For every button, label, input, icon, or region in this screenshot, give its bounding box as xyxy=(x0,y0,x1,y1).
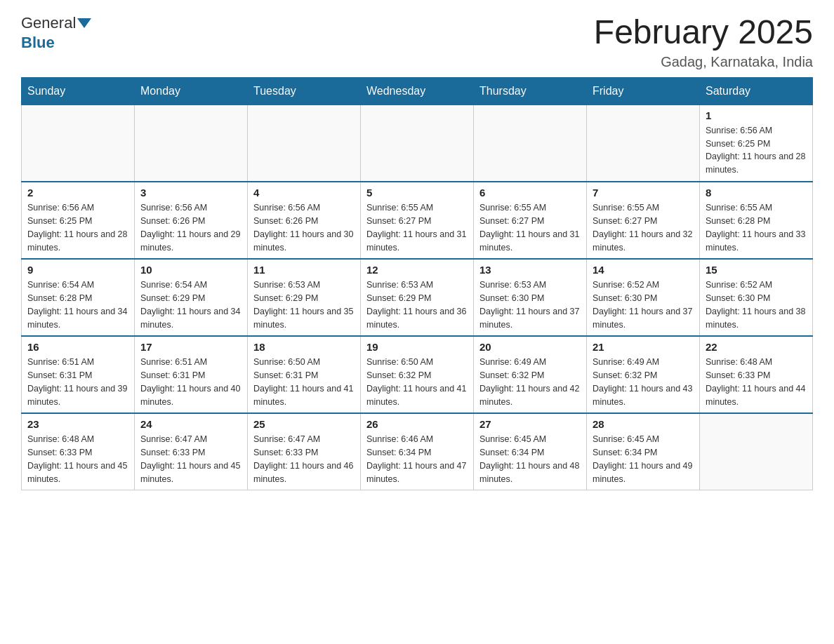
day-info: Sunrise: 6:48 AM Sunset: 6:33 PM Dayligh… xyxy=(27,433,128,485)
day-number: 28 xyxy=(593,418,694,430)
logo-arrow-icon xyxy=(77,18,91,28)
day-info: Sunrise: 6:56 AM Sunset: 6:25 PM Dayligh… xyxy=(27,201,128,254)
day-number: 17 xyxy=(140,341,241,353)
day-number: 19 xyxy=(366,341,468,353)
calendar-cell: 10Sunrise: 6:54 AM Sunset: 6:29 PM Dayli… xyxy=(135,259,248,336)
day-info: Sunrise: 6:45 AM Sunset: 6:34 PM Dayligh… xyxy=(593,433,694,485)
day-number: 9 xyxy=(27,264,128,276)
day-info: Sunrise: 6:56 AM Sunset: 6:25 PM Dayligh… xyxy=(706,124,807,177)
header-sunday: Sunday xyxy=(22,77,135,105)
calendar-cell: 13Sunrise: 6:53 AM Sunset: 6:30 PM Dayli… xyxy=(474,259,587,336)
page-header: General Blue February 2025 Gadag, Karnat… xyxy=(21,14,813,70)
calendar-cell: 6Sunrise: 6:55 AM Sunset: 6:27 PM Daylig… xyxy=(474,182,587,259)
logo-blue-text: Blue xyxy=(21,34,55,52)
calendar-cell: 18Sunrise: 6:50 AM Sunset: 6:31 PM Dayli… xyxy=(248,336,361,413)
location-subtitle: Gadag, Karnataka, India xyxy=(594,54,813,70)
day-info: Sunrise: 6:52 AM Sunset: 6:30 PM Dayligh… xyxy=(593,279,694,331)
day-info: Sunrise: 6:55 AM Sunset: 6:27 PM Dayligh… xyxy=(366,201,468,254)
day-info: Sunrise: 6:47 AM Sunset: 6:33 PM Dayligh… xyxy=(140,433,241,485)
calendar-cell: 26Sunrise: 6:46 AM Sunset: 6:34 PM Dayli… xyxy=(361,413,474,490)
calendar-cell xyxy=(135,105,248,182)
day-info: Sunrise: 6:56 AM Sunset: 6:26 PM Dayligh… xyxy=(140,201,241,254)
day-number: 25 xyxy=(253,418,355,430)
calendar-cell: 22Sunrise: 6:48 AM Sunset: 6:33 PM Dayli… xyxy=(700,336,813,413)
day-info: Sunrise: 6:53 AM Sunset: 6:30 PM Dayligh… xyxy=(479,279,581,331)
header-saturday: Saturday xyxy=(700,77,813,105)
header-thursday: Thursday xyxy=(474,77,587,105)
calendar-table: SundayMondayTuesdayWednesdayThursdayFrid… xyxy=(21,77,813,491)
day-info: Sunrise: 6:53 AM Sunset: 6:29 PM Dayligh… xyxy=(366,279,468,331)
calendar-week-row: 9Sunrise: 6:54 AM Sunset: 6:28 PM Daylig… xyxy=(22,259,813,336)
day-number: 4 xyxy=(253,187,355,199)
day-number: 10 xyxy=(140,264,241,276)
day-number: 23 xyxy=(27,418,128,430)
calendar-cell: 27Sunrise: 6:45 AM Sunset: 6:34 PM Dayli… xyxy=(474,413,587,490)
month-title: February 2025 xyxy=(594,14,813,51)
day-number: 24 xyxy=(140,418,241,430)
calendar-cell: 23Sunrise: 6:48 AM Sunset: 6:33 PM Dayli… xyxy=(22,413,135,490)
day-number: 5 xyxy=(366,187,468,199)
calendar-cell: 15Sunrise: 6:52 AM Sunset: 6:30 PM Dayli… xyxy=(700,259,813,336)
day-number: 26 xyxy=(366,418,468,430)
day-info: Sunrise: 6:51 AM Sunset: 6:31 PM Dayligh… xyxy=(140,356,241,408)
calendar-cell: 9Sunrise: 6:54 AM Sunset: 6:28 PM Daylig… xyxy=(22,259,135,336)
calendar-cell: 24Sunrise: 6:47 AM Sunset: 6:33 PM Dayli… xyxy=(135,413,248,490)
day-info: Sunrise: 6:49 AM Sunset: 6:32 PM Dayligh… xyxy=(593,356,694,408)
day-info: Sunrise: 6:54 AM Sunset: 6:28 PM Dayligh… xyxy=(27,279,128,331)
calendar-week-row: 2Sunrise: 6:56 AM Sunset: 6:25 PM Daylig… xyxy=(22,182,813,259)
header-wednesday: Wednesday xyxy=(361,77,474,105)
calendar-cell xyxy=(700,413,813,490)
calendar-header-row: SundayMondayTuesdayWednesdayThursdayFrid… xyxy=(22,77,813,105)
calendar-cell: 5Sunrise: 6:55 AM Sunset: 6:27 PM Daylig… xyxy=(361,182,474,259)
calendar-cell: 25Sunrise: 6:47 AM Sunset: 6:33 PM Dayli… xyxy=(248,413,361,490)
day-info: Sunrise: 6:52 AM Sunset: 6:30 PM Dayligh… xyxy=(706,279,807,331)
day-number: 15 xyxy=(706,264,807,276)
calendar-cell xyxy=(587,105,700,182)
calendar-cell: 2Sunrise: 6:56 AM Sunset: 6:25 PM Daylig… xyxy=(22,182,135,259)
day-number: 27 xyxy=(479,418,581,430)
calendar-cell: 3Sunrise: 6:56 AM Sunset: 6:26 PM Daylig… xyxy=(135,182,248,259)
calendar-cell: 8Sunrise: 6:55 AM Sunset: 6:28 PM Daylig… xyxy=(700,182,813,259)
calendar-week-row: 23Sunrise: 6:48 AM Sunset: 6:33 PM Dayli… xyxy=(22,413,813,490)
calendar-cell xyxy=(22,105,135,182)
day-info: Sunrise: 6:55 AM Sunset: 6:28 PM Dayligh… xyxy=(706,201,807,254)
day-number: 22 xyxy=(706,341,807,353)
day-number: 1 xyxy=(706,109,807,121)
day-number: 18 xyxy=(253,341,355,353)
calendar-cell: 1Sunrise: 6:56 AM Sunset: 6:25 PM Daylig… xyxy=(700,105,813,182)
logo: General Blue xyxy=(21,14,93,52)
day-number: 3 xyxy=(140,187,241,199)
day-info: Sunrise: 6:50 AM Sunset: 6:31 PM Dayligh… xyxy=(253,356,355,408)
day-info: Sunrise: 6:55 AM Sunset: 6:27 PM Dayligh… xyxy=(479,201,581,254)
calendar-cell: 19Sunrise: 6:50 AM Sunset: 6:32 PM Dayli… xyxy=(361,336,474,413)
calendar-cell xyxy=(361,105,474,182)
day-number: 6 xyxy=(479,187,581,199)
day-number: 2 xyxy=(27,187,128,199)
header-tuesday: Tuesday xyxy=(248,77,361,105)
calendar-cell: 12Sunrise: 6:53 AM Sunset: 6:29 PM Dayli… xyxy=(361,259,474,336)
day-number: 7 xyxy=(593,187,694,199)
day-info: Sunrise: 6:51 AM Sunset: 6:31 PM Dayligh… xyxy=(27,356,128,408)
day-info: Sunrise: 6:45 AM Sunset: 6:34 PM Dayligh… xyxy=(479,433,581,485)
logo-general-text: General xyxy=(21,14,76,32)
calendar-cell: 4Sunrise: 6:56 AM Sunset: 6:26 PM Daylig… xyxy=(248,182,361,259)
calendar-cell: 17Sunrise: 6:51 AM Sunset: 6:31 PM Dayli… xyxy=(135,336,248,413)
day-info: Sunrise: 6:54 AM Sunset: 6:29 PM Dayligh… xyxy=(140,279,241,331)
day-info: Sunrise: 6:50 AM Sunset: 6:32 PM Dayligh… xyxy=(366,356,468,408)
day-number: 11 xyxy=(253,264,355,276)
calendar-cell: 7Sunrise: 6:55 AM Sunset: 6:27 PM Daylig… xyxy=(587,182,700,259)
day-number: 16 xyxy=(27,341,128,353)
calendar-cell: 14Sunrise: 6:52 AM Sunset: 6:30 PM Dayli… xyxy=(587,259,700,336)
day-info: Sunrise: 6:47 AM Sunset: 6:33 PM Dayligh… xyxy=(253,433,355,485)
day-info: Sunrise: 6:53 AM Sunset: 6:29 PM Dayligh… xyxy=(253,279,355,331)
header-friday: Friday xyxy=(587,77,700,105)
day-number: 8 xyxy=(706,187,807,199)
day-number: 13 xyxy=(479,264,581,276)
calendar-week-row: 1Sunrise: 6:56 AM Sunset: 6:25 PM Daylig… xyxy=(22,105,813,182)
calendar-cell xyxy=(248,105,361,182)
day-info: Sunrise: 6:46 AM Sunset: 6:34 PM Dayligh… xyxy=(366,433,468,485)
day-number: 12 xyxy=(366,264,468,276)
calendar-cell: 16Sunrise: 6:51 AM Sunset: 6:31 PM Dayli… xyxy=(22,336,135,413)
calendar-cell: 28Sunrise: 6:45 AM Sunset: 6:34 PM Dayli… xyxy=(587,413,700,490)
day-info: Sunrise: 6:56 AM Sunset: 6:26 PM Dayligh… xyxy=(253,201,355,254)
